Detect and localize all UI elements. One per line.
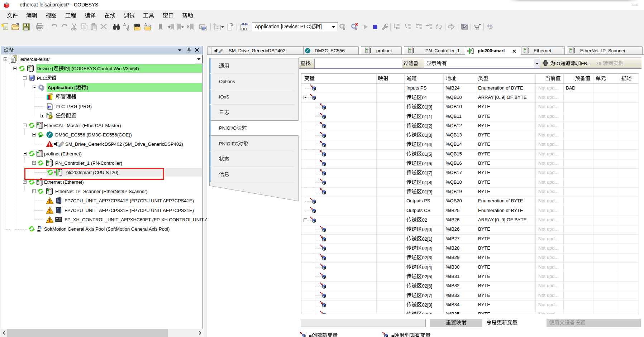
svg-text:A: A bbox=[144, 23, 147, 27]
svg-text:A: A bbox=[123, 23, 126, 27]
